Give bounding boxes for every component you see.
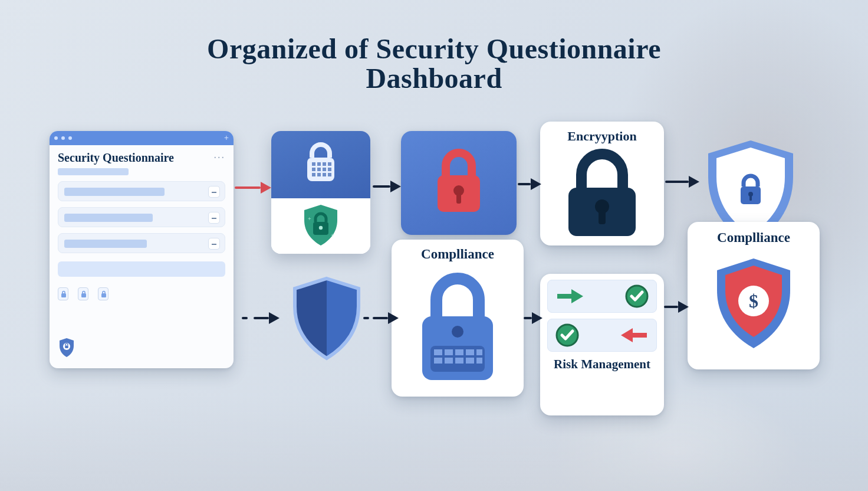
padlock-red-icon [423, 145, 494, 221]
risk-management-card: Risk Management [540, 274, 664, 415]
svg-rect-41 [445, 358, 453, 364]
bucket-lock-icon [298, 140, 344, 189]
svg-rect-10 [312, 168, 315, 171]
svg-rect-4 [65, 346, 68, 349]
plus-icon: + [224, 134, 229, 142]
svg-text:+: + [308, 215, 311, 222]
svg-rect-46 [557, 294, 571, 299]
svg-rect-16 [323, 173, 326, 176]
arrow-left-red-icon [619, 326, 649, 345]
svg-rect-12 [323, 168, 326, 171]
panel-heading: Security Questionnaire [58, 151, 174, 165]
svg-rect-52 [633, 333, 647, 338]
shield-icon [58, 338, 75, 360]
check-badge-icon [624, 284, 649, 309]
encryption-card: Encryyption [540, 122, 664, 245]
shield-dollar-icon: $ [688, 253, 820, 365]
svg-text:$: $ [749, 290, 758, 312]
red-lock-tile [401, 131, 517, 235]
svg-point-45 [452, 326, 463, 338]
shield-lock-icon: + + [300, 203, 341, 249]
svg-rect-39 [476, 349, 482, 355]
doc-lock-icon [58, 287, 68, 300]
doc-lock-icon [98, 287, 108, 300]
svg-rect-17 [328, 173, 331, 176]
compliance-center-label: Complliance [392, 247, 524, 262]
svg-rect-14 [312, 173, 315, 176]
svg-rect-43 [466, 358, 474, 364]
svg-rect-1 [81, 293, 86, 297]
svg-marker-47 [571, 289, 583, 303]
compliance-center-card: Complliance [392, 240, 524, 397]
question-row [58, 181, 225, 201]
svg-rect-40 [434, 358, 442, 364]
svg-rect-44 [476, 358, 482, 364]
svg-rect-35 [434, 349, 442, 355]
svg-rect-15 [317, 173, 321, 176]
svg-marker-53 [621, 328, 633, 342]
panel-subtitle-placeholder [58, 168, 129, 175]
arrow-right-green-icon [555, 287, 586, 306]
doc-lock-icon [78, 287, 88, 300]
panel-block [58, 261, 225, 277]
risk-row [547, 280, 657, 313]
shield-solid [289, 276, 364, 367]
svg-rect-24 [456, 193, 461, 204]
compliance-right-card: Complliance $ [688, 222, 820, 369]
svg-rect-6 [312, 162, 315, 166]
svg-rect-0 [61, 293, 66, 297]
svg-rect-42 [455, 358, 463, 364]
window-chrome: + [50, 131, 234, 145]
padlock-dark-icon [540, 146, 664, 241]
svg-point-19 [319, 226, 323, 230]
compliance-right-label: Complliance [688, 230, 820, 245]
risk-label: Risk Management [547, 358, 657, 371]
svg-rect-37 [455, 349, 463, 355]
security-card: + + [271, 131, 370, 254]
panel-icon-row [50, 277, 234, 300]
svg-rect-38 [466, 349, 474, 355]
svg-rect-2 [101, 293, 106, 297]
svg-rect-9 [328, 162, 331, 166]
svg-rect-8 [323, 162, 326, 166]
svg-rect-7 [317, 162, 321, 166]
check-badge-icon [555, 323, 580, 348]
svg-rect-36 [445, 349, 453, 355]
risk-row [547, 319, 657, 352]
svg-text:+: + [331, 232, 334, 238]
question-row [58, 207, 225, 227]
svg-rect-11 [317, 168, 321, 171]
svg-rect-27 [599, 210, 606, 224]
questionnaire-panel: + Security Questionnaire ··· [50, 131, 234, 368]
kebab-menu-icon: ··· [214, 152, 226, 164]
svg-rect-30 [749, 195, 752, 201]
question-row [58, 233, 225, 253]
padlock-keypad-icon [392, 267, 524, 391]
encryption-label: Encryyption [540, 129, 664, 144]
svg-rect-13 [328, 168, 331, 171]
shield-icon [289, 276, 364, 365]
